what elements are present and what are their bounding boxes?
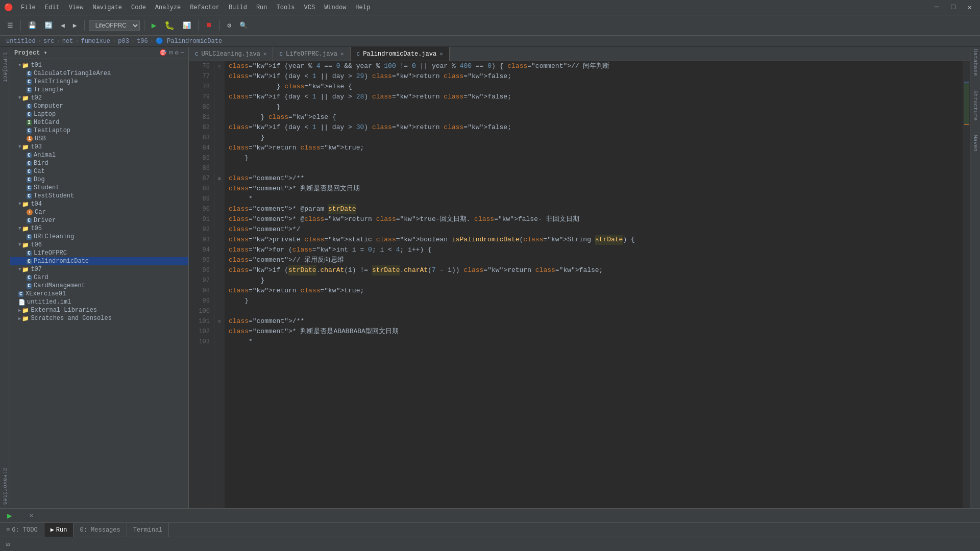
code-line[interactable]: class="kw">if (strDate.charAt(i) != strD… [229, 265, 959, 276]
tree-item-calculatetrianglearea[interactable]: CCalculateTriangleArea [10, 69, 188, 78]
code-line[interactable]: } [229, 102, 959, 112]
chevron-icon[interactable]: ▼ [18, 95, 21, 101]
tree-item-netcard[interactable]: INetCard [10, 118, 188, 127]
menu-edit[interactable]: Edit [41, 3, 64, 12]
tree-item-testlaptop[interactable]: CTestLaptop [10, 127, 188, 135]
sidebar-tab-favorites[interactable]: 2:Favorites [1, 465, 9, 508]
chevron-icon[interactable]: ▼ [18, 226, 21, 231]
code-line[interactable]: class="comment">/** [229, 173, 959, 184]
bottom-tab-terminal[interactable]: Terminal [127, 523, 169, 537]
tree-item-externallibraries[interactable]: ▶📁External Libraries [10, 306, 188, 314]
tree-item-t05[interactable]: ▼📁t05 [10, 224, 188, 233]
tree-item-t04[interactable]: ▼📁t04 [10, 200, 188, 208]
code-line[interactable]: class="comment">* 判断是否是回文日期 [229, 184, 959, 194]
tree-item-palindromicdate[interactable]: CPalindromicDate [10, 257, 188, 265]
toolbar-coverage-btn[interactable]: 📊 [180, 20, 194, 31]
menu-view[interactable]: View [65, 3, 88, 12]
tree-item-car[interactable]: iCar [10, 208, 188, 216]
right-tab-structure[interactable]: Structure [971, 88, 979, 122]
tree-item-t02[interactable]: ▼📁t02 [10, 94, 188, 102]
tree-item-bird[interactable]: CBird [10, 159, 188, 167]
chevron-icon[interactable]: ▼ [18, 63, 21, 68]
code-line[interactable]: class="comment">*/ [229, 224, 959, 235]
code-line[interactable]: class="kw">if (year % 4 == 0 && year % 1… [229, 61, 959, 71]
code-line[interactable] [229, 306, 959, 316]
maximize-button[interactable]: □ [947, 3, 959, 12]
toolbar-back-btn[interactable]: ◀ [58, 20, 68, 31]
tree-item-lifeofprc[interactable]: CLifeOFPRC [10, 249, 188, 257]
tree-item-testtriangle[interactable]: CTestTriangle [10, 78, 188, 86]
tree-item-laptop[interactable]: CLaptop [10, 110, 188, 118]
code-line[interactable]: } [229, 296, 959, 306]
chevron-icon[interactable]: ▼ [18, 242, 21, 247]
code-line[interactable]: } [229, 133, 959, 143]
code-content[interactable]: class="kw">if (year % 4 == 0 && year % 1… [225, 61, 963, 508]
project-expand-icon[interactable]: ⊟ [169, 49, 173, 57]
tree-item-animal[interactable]: CAnimal [10, 151, 188, 159]
chevron-icon[interactable]: ▼ [18, 267, 21, 272]
code-line[interactable] [229, 163, 959, 173]
menu-window[interactable]: Window [320, 3, 350, 12]
tree-item-t06[interactable]: ▼📁t06 [10, 241, 188, 249]
close-button[interactable]: ✕ [964, 3, 976, 12]
project-close-icon[interactable]: — [181, 49, 184, 57]
sidebar-tab-project[interactable]: 1:Project [1, 49, 9, 85]
menu-run[interactable]: Run [252, 3, 272, 12]
code-line[interactable]: class="kw">if (day < 1 || day > 29) clas… [229, 71, 959, 82]
tree-item-card[interactable]: CCard [10, 273, 188, 282]
tab-close-lifeofprc[interactable]: ✕ [340, 51, 344, 57]
bottom-tab-run[interactable]: ▶ Run [44, 523, 74, 537]
breadcrumb-src[interactable]: src [43, 38, 55, 45]
code-line[interactable]: } class="kw">else { [229, 112, 959, 122]
code-line[interactable]: } [229, 153, 959, 163]
code-line[interactable]: * [229, 194, 959, 204]
menu-analyze[interactable]: Analyze [151, 3, 185, 12]
tree-item-scratchesandconsoles[interactable]: ▶📁Scratches and Consoles [10, 314, 188, 322]
code-line[interactable]: class="kw">return class="kw">true; [229, 286, 959, 296]
run-button[interactable]: ▶ [149, 19, 160, 32]
tree-item-teststudent[interactable]: CTestStudent [10, 192, 188, 200]
code-line[interactable]: class="kw">for (class="kw">int i = 0; i … [229, 245, 959, 255]
right-tab-maven[interactable]: Maven [971, 133, 979, 154]
toolbar-save-btn[interactable]: 💾 [25, 20, 39, 31]
breadcrumb-p03[interactable]: p03 [118, 38, 129, 45]
tree-item-student[interactable]: CStudent [10, 184, 188, 192]
toolbar-settings-btn[interactable]: ⚙ [224, 20, 234, 31]
minimize-button[interactable]: ─ [930, 3, 943, 12]
tab-lifeofprc[interactable]: C LifeOFPRC.java ✕ [273, 47, 350, 61]
tree-item-usb[interactable]: iUSB [10, 135, 188, 143]
code-line[interactable]: class="kw">return class="kw">true; [229, 143, 959, 153]
tree-item-cardmanagement[interactable]: CCardManagement [10, 282, 188, 290]
tree-item-xexercise01[interactable]: CXExercise01 [10, 290, 188, 298]
bottom-tab-messages[interactable]: 0: Messages [74, 523, 127, 537]
tab-palindromicdate[interactable]: C PalindromicDate.java ✕ [351, 47, 450, 61]
code-line[interactable]: } class="kw">else { [229, 82, 959, 92]
tree-item-t03[interactable]: ▼📁t03 [10, 143, 188, 151]
chevron-icon[interactable]: ▶ [18, 316, 21, 321]
debug-button[interactable]: 🐛 [161, 19, 178, 32]
tree-item-triangle[interactable]: CTriangle [10, 86, 188, 94]
menu-code[interactable]: Code [127, 3, 150, 12]
menu-tools[interactable]: Tools [273, 3, 299, 12]
tree-item-untitlediml[interactable]: 📄untitled.iml [10, 298, 188, 306]
toolbar-sync-btn[interactable]: 🔄 [41, 20, 56, 31]
menu-vcs[interactable]: VCS [300, 3, 320, 12]
code-line[interactable]: class="comment">* 判断是否是ABABBABA型回文日期 [229, 327, 959, 337]
code-line[interactable]: class="comment">/** [229, 316, 959, 327]
menu-refactor[interactable]: Refactor [186, 3, 224, 12]
code-line[interactable]: class="comment">* @class="kw">return cla… [229, 214, 959, 224]
tree-item-t01[interactable]: ▼📁t01 [10, 61, 188, 69]
tree-item-computer[interactable]: CComputer [10, 102, 188, 110]
breadcrumb-t06[interactable]: t06 [137, 38, 148, 45]
code-line[interactable]: class="comment">* @param strDate [229, 204, 959, 214]
right-tab-database[interactable]: Database [971, 47, 979, 78]
project-selector[interactable]: LifeOFPRC [89, 20, 140, 31]
chevron-icon[interactable]: ▼ [18, 202, 21, 207]
tree-item-t07[interactable]: ▼📁t07 [10, 265, 188, 273]
run-bar-play-btn[interactable]: ▶ [4, 510, 15, 522]
code-line[interactable]: * [229, 337, 959, 347]
code-line[interactable]: } [229, 276, 959, 286]
project-locate-icon[interactable]: 🎯 [159, 49, 167, 57]
code-line[interactable]: class="comment">// 采用反向思维 [229, 255, 959, 265]
run-bar-close-btn[interactable]: ✕ [30, 512, 33, 519]
